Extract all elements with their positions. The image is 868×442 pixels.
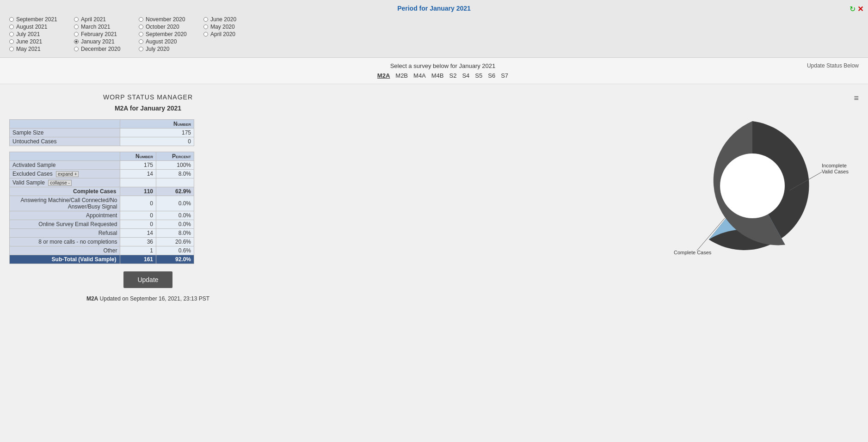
detail-table: Number Percent Activated Sample 175 100%… <box>9 152 194 264</box>
period-nov-2020[interactable]: November 2020 <box>139 16 203 23</box>
period-grid: September 2021 August 2021 July 2021 Jun… <box>9 16 859 53</box>
period-radio[interactable] <box>74 17 79 22</box>
period-radio[interactable] <box>74 25 79 29</box>
appointment-percent: 0.0% <box>156 211 194 220</box>
period-label: September 2020 <box>146 31 187 37</box>
chart-menu-icon[interactable]: ≡ <box>854 93 859 103</box>
survey-tabs: M2A M2B M4A M4B S2 S4 S5 S6 S7 <box>377 72 508 79</box>
period-radio[interactable] <box>74 32 79 37</box>
tab-m4a[interactable]: M4A <box>413 72 426 79</box>
period-selector-panel: Period for January 2021 September 2021 A… <box>0 0 868 58</box>
donut-chart-container: Complete Cases Incomplete Valid Cases <box>655 107 850 269</box>
appointment-number: 0 <box>120 211 156 220</box>
period-radio[interactable] <box>9 32 14 37</box>
period-radio[interactable] <box>139 25 143 29</box>
expand-button[interactable]: expand + <box>56 171 79 177</box>
appointment-label: Appointment <box>10 211 120 220</box>
valid-sample-percent <box>156 178 194 187</box>
summary-table: Number Sample Size 175 Untouched Cases 0 <box>9 119 194 146</box>
subtotal-label: Sub-Total (Valid Sample) <box>10 255 120 264</box>
survey-selector-bar: Select a survey below for January 2021 M… <box>0 58 868 84</box>
table-row: Other 1 0.6% <box>10 246 194 255</box>
period-may-2021[interactable]: May 2021 <box>9 46 74 52</box>
refusal-percent: 8.0% <box>156 229 194 238</box>
period-radio[interactable] <box>9 39 14 44</box>
tab-s4[interactable]: S4 <box>462 72 469 79</box>
refusal-label: Refusal <box>10 229 120 238</box>
period-aug-2021[interactable]: August 2021 <box>9 24 74 30</box>
close-icon[interactable]: ✕ <box>857 5 863 13</box>
tab-m2b[interactable]: M2B <box>395 72 408 79</box>
tab-s6[interactable]: S6 <box>488 72 495 79</box>
period-title: Period for January 2021 <box>9 5 859 12</box>
period-radio[interactable] <box>139 32 143 37</box>
valid-sample-label: Valid Sample collapse - <box>10 178 120 187</box>
subtotal-row: Sub-Total (Valid Sample) 161 92.0% <box>10 255 194 264</box>
table-row: Valid Sample collapse - <box>10 178 194 187</box>
period-label: June 2020 <box>210 16 236 23</box>
period-radio[interactable] <box>9 17 14 22</box>
table-row: Activated Sample 175 100% <box>10 161 194 170</box>
period-dec-2020[interactable]: December 2020 <box>74 46 139 52</box>
excluded-cases-label: Excluded Cases expand + <box>10 170 120 178</box>
update-button[interactable]: Update <box>123 271 172 288</box>
period-apr-2021[interactable]: April 2021 <box>74 16 139 23</box>
period-label: May 2021 <box>16 46 41 52</box>
donut-chart: Complete Cases Incomplete Valid Cases <box>655 107 850 264</box>
update-status-label: Update Status Below <box>807 62 859 69</box>
period-radio[interactable] <box>203 17 208 22</box>
activated-sample-percent: 100% <box>156 161 194 170</box>
period-label: February 2021 <box>81 31 117 37</box>
period-jun-2020[interactable]: June 2020 <box>203 16 268 23</box>
period-col-2: April 2021 March 2021 February 2021 Janu… <box>74 16 139 53</box>
survey-prompt: Select a survey below for January 2021 <box>377 62 508 69</box>
period-radio[interactable] <box>74 47 79 51</box>
period-apr-2020[interactable]: April 2020 <box>203 31 268 37</box>
sample-size-label: Sample Size <box>10 129 120 137</box>
worp-title: WORP STATUS MANAGER <box>9 93 287 101</box>
donut-hole <box>720 153 785 218</box>
subtotal-percent: 92.0% <box>156 255 194 264</box>
tab-m4b[interactable]: M4B <box>431 72 444 79</box>
period-radio[interactable] <box>139 39 143 44</box>
complete-label-text: Complete Cases <box>674 250 712 255</box>
online-survey-number: 0 <box>120 220 156 229</box>
refresh-icon[interactable]: ↻ <box>850 5 856 13</box>
period-jul-2021[interactable]: July 2021 <box>9 31 74 37</box>
period-radio[interactable] <box>9 47 14 51</box>
tab-s2[interactable]: S2 <box>449 72 457 79</box>
tab-s5[interactable]: S5 <box>475 72 482 79</box>
period-sep-2020[interactable]: September 2020 <box>139 31 203 37</box>
period-radio-selected[interactable] <box>74 39 79 44</box>
period-aug-2020[interactable]: August 2020 <box>139 38 203 45</box>
detail-percent-header: Percent <box>156 152 194 161</box>
period-radio[interactable] <box>139 17 143 22</box>
table-row: Appointment 0 0.0% <box>10 211 194 220</box>
period-may-2020[interactable]: May 2020 <box>203 24 268 30</box>
tab-s7[interactable]: S7 <box>501 72 508 79</box>
excluded-cases-number: 14 <box>120 170 156 178</box>
online-survey-percent: 0.0% <box>156 220 194 229</box>
period-jul-2020[interactable]: July 2020 <box>139 46 203 52</box>
collapse-button[interactable]: collapse - <box>48 180 72 186</box>
incomplete-label-text2: Valid Cases <box>822 169 849 174</box>
period-label: September 2021 <box>16 16 57 23</box>
period-oct-2020[interactable]: October 2020 <box>139 24 203 30</box>
period-radio[interactable] <box>9 25 14 29</box>
period-radio[interactable] <box>139 47 143 51</box>
period-label: July 2021 <box>16 31 40 37</box>
tab-m2a[interactable]: M2A <box>377 72 390 79</box>
period-sep-2021[interactable]: September 2021 <box>9 16 74 23</box>
period-radio[interactable] <box>203 25 208 29</box>
table-row: Excluded Cases expand + 14 8.0% <box>10 170 194 178</box>
refusal-number: 14 <box>120 229 156 238</box>
period-label: June 2021 <box>16 38 42 45</box>
timestamp-text: Updated on September 16, 2021, 23:13 PST <box>98 295 209 302</box>
period-jun-2021[interactable]: June 2021 <box>9 38 74 45</box>
period-radio[interactable] <box>203 32 208 37</box>
period-mar-2021[interactable]: March 2021 <box>74 24 139 30</box>
period-feb-2021[interactable]: February 2021 <box>74 31 139 37</box>
sample-size-value: 175 <box>120 129 194 137</box>
untouched-value: 0 <box>120 137 194 146</box>
period-jan-2021[interactable]: January 2021 <box>74 38 139 45</box>
